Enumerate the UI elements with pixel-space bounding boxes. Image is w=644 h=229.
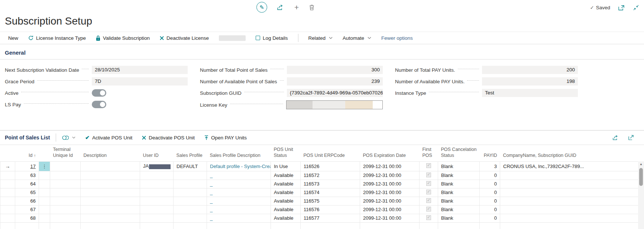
cell-erp-code[interactable]: 116526 [301,161,360,171]
cell-cancel-status[interactable]: Blank [438,180,480,188]
pos-list-menu-button[interactable] [62,135,75,141]
row-id[interactable]: 66 [15,197,39,205]
table-row[interactable]: → 17 ⋮ JA DEFAULT Default profile - Syst… [0,161,638,171]
col-payid[interactable]: PAYID [480,145,500,161]
share-icon[interactable] [276,4,285,11]
cell-expiration[interactable]: 2099-12-31 00:00 [360,214,420,222]
fewer-options-button[interactable]: Fewer options [381,35,413,41]
row-id[interactable]: 68 [15,214,39,222]
total-pay-units-field[interactable]: 200 [482,66,578,74]
cell-company[interactable]: CRONUS USA, Inc.,7392CA2F-789... [500,161,638,171]
automate-menu-button[interactable]: Automate [343,35,371,41]
subscription-guid-field[interactable]: {7392ca2f-7892-4d49-969a-0570eb070261} [287,89,383,97]
sales-profile-description-link[interactable]: _ [210,172,213,178]
sales-profile-description-link[interactable]: _ [210,215,213,221]
cell-erp-code[interactable]: 116576 [301,205,360,214]
activate-pos-unit-button[interactable]: ✔ Activate POS Unit [85,135,132,141]
cell-cancel-status[interactable]: Blank [438,197,480,205]
cell-payid[interactable]: 0 [480,205,500,214]
cell-erp-code[interactable]: 116577 [301,214,360,222]
cell-expiration[interactable]: 2099-12-31 00:00 [360,180,420,188]
cell-status[interactable]: Available [271,214,301,222]
col-cancel-status[interactable]: POS Cancelation Status [438,145,480,161]
cell-cancel-status[interactable]: Blank [438,161,480,171]
delete-trash-icon[interactable] [308,4,315,11]
cell-expiration[interactable]: 2099-12-31 00:00 [360,205,420,214]
related-menu-button[interactable]: Related [308,35,333,41]
first-pos-checkbox[interactable] [426,190,431,194]
cell-company[interactable] [500,188,638,197]
cell-terminal[interactable] [50,161,81,171]
cell-cancel-status[interactable]: Blank [438,171,480,180]
pos-list-title[interactable]: Point of Sales List [5,135,50,141]
license-key-field[interactable] [286,100,383,109]
col-company[interactable]: CompanyName, Subscription GUID [500,145,638,161]
grace-period-field[interactable]: 7D [92,77,188,86]
row-id-link[interactable]: 17 [30,164,36,169]
scroll-up-icon[interactable]: ▲ [638,161,644,167]
sales-profile-description-link[interactable]: Default profile - System-Created [210,164,271,169]
cell-status[interactable]: Available [271,171,301,180]
license-instance-type-button[interactable]: License Instance Type [28,35,86,41]
col-user-id[interactable]: User ID [140,145,174,161]
cell-payid[interactable]: 0 [480,180,500,188]
table-row[interactable]: 66 _ Available 116575 2099-12-31 00:00 B… [0,197,638,205]
table-row[interactable]: 64 _ Available 116573 2099-12-31 00:00 B… [0,180,638,188]
cell-expiration[interactable]: 2099-12-31 00:00 [360,171,420,180]
deactivate-pos-unit-button[interactable]: Deactivate POS Unit [142,135,195,141]
validate-subscription-button[interactable]: Validate Subscription [96,35,150,41]
table-row[interactable]: 65 _ Available 116574 2099-12-31 00:00 B… [0,188,638,197]
total-pos-field[interactable]: 300 [287,66,383,74]
sales-profile-description-link[interactable]: _ [210,190,213,195]
table-row[interactable]: 63 _ Available 116572 2099-12-31 00:00 B… [0,171,638,180]
cell-user-id[interactable]: JA [140,161,174,171]
cell-cancel-status[interactable]: Blank [438,188,480,197]
next-validation-date-field[interactable]: 28/10/2025 [92,66,188,74]
cell-status[interactable]: In Use [271,161,301,171]
collapse-page-icon[interactable] [632,4,640,11]
share-icon[interactable] [612,134,619,141]
first-pos-checkbox[interactable] [426,172,431,177]
first-pos-checkbox[interactable] [426,163,431,168]
cell-erp-code[interactable]: 116575 [301,197,360,205]
sales-profile-description-link[interactable]: _ [210,181,213,187]
scrollbar-thumb[interactable] [639,168,643,186]
col-id[interactable]: Id ↑ [15,145,39,161]
cell-expiration[interactable]: 2099-12-31 00:00 [360,188,420,197]
open-list-in-new-icon[interactable] [628,134,634,141]
col-expiration-date[interactable]: POS Expiration Date [360,145,420,161]
cell-company[interactable] [500,171,638,180]
available-pos-field[interactable]: 239 [287,77,383,86]
cell-company[interactable] [500,205,638,214]
row-id[interactable]: 67 [15,205,39,214]
table-scrollbar[interactable]: ▲ [638,161,644,229]
cell-company[interactable] [500,197,638,205]
general-section-heading[interactable]: General [0,44,644,59]
row-id[interactable]: 64 [15,180,39,188]
ls-pay-toggle[interactable] [92,101,106,108]
col-sales-profile-description[interactable]: Sales Profile Description [207,145,271,161]
cell-status[interactable]: Available [271,188,301,197]
cell-erp-code[interactable]: 116572 [301,171,360,180]
table-row[interactable]: 68 _ Available 116577 2099-12-31 00:00 B… [0,214,638,222]
cell-status[interactable]: Available [271,180,301,188]
cell-status[interactable]: Available [271,205,301,214]
cell-status[interactable]: Available [271,197,301,205]
redacted-action-item[interactable] [219,35,246,41]
row-id[interactable]: 65 [15,188,39,197]
first-pos-checkbox[interactable] [426,215,431,220]
cell-cancel-status[interactable]: Blank [438,214,480,222]
cell-payid[interactable]: 0 [480,171,500,180]
row-options-icon[interactable]: ⋮ [39,161,50,171]
sales-profile-description-link[interactable]: _ [210,207,213,212]
open-in-window-icon[interactable] [618,4,625,11]
cell-erp-code[interactable]: 116573 [301,180,360,188]
cell-payid[interactable]: 0 [480,197,500,205]
deactivate-license-button[interactable]: Deactivate License [160,35,209,41]
cell-payid[interactable]: 0 [480,214,500,222]
sales-profile-description-link[interactable]: _ [210,198,213,204]
col-first-pos[interactable]: First POS [420,145,438,161]
available-pay-units-field[interactable]: 198 [482,77,578,86]
log-details-button[interactable]: Log Details [256,35,288,41]
cell-cancel-status[interactable]: Blank [438,205,480,214]
